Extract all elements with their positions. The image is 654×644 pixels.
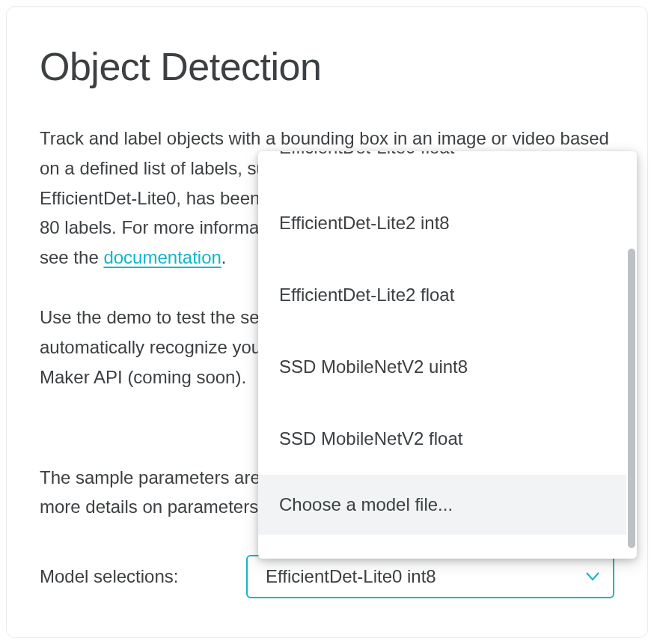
model-option-choose-file[interactable]: Choose a model file... bbox=[258, 475, 626, 535]
scroll-thumb[interactable] bbox=[628, 249, 635, 548]
page-title: Object Detection bbox=[40, 44, 614, 89]
chevron-down-icon bbox=[586, 572, 599, 581]
model-selections-label: Model selections: bbox=[40, 566, 246, 587]
model-dropdown-list: EfficientDet-Lite0 float EfficientDet-Li… bbox=[258, 151, 626, 559]
dropdown-scrollbar[interactable] bbox=[626, 151, 637, 559]
model-option[interactable]: EfficientDet-Lite2 int8 bbox=[258, 187, 626, 259]
documentation-link-1[interactable]: documentation bbox=[103, 247, 221, 267]
model-select[interactable]: EfficientDet-Lite0 int8 bbox=[246, 555, 614, 598]
model-field-row: Model selections: EfficientDet-Lite0 int… bbox=[40, 555, 614, 598]
model-option[interactable]: SSD MobileNetV2 uint8 bbox=[258, 331, 626, 403]
model-select-value: EfficientDet-Lite0 int8 bbox=[266, 566, 436, 587]
model-dropdown-panel: EfficientDet-Lite0 float EfficientDet-Li… bbox=[258, 151, 637, 559]
model-option[interactable]: EfficientDet-Lite0 float bbox=[258, 151, 626, 187]
model-option[interactable]: EfficientDet-Lite2 float bbox=[258, 259, 626, 331]
model-option[interactable]: SSD MobileNetV2 float bbox=[258, 403, 626, 475]
